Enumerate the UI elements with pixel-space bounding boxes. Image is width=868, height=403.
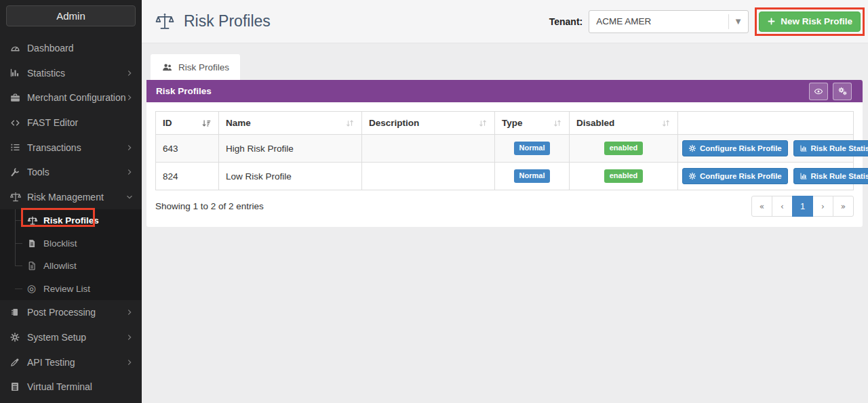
sidebar-item-api-testing[interactable]: API Testing [0, 349, 142, 375]
sidebar-item-label: API Testing [27, 357, 75, 368]
scales-icon [155, 12, 175, 32]
bar-chart-icon [800, 172, 808, 180]
pagination-next-button[interactable]: › [812, 196, 833, 217]
configure-risk-profile-button[interactable]: Configure Risk Profile [682, 168, 788, 184]
cell-actions: Configure Risk Profile Risk Rule Statist… [678, 163, 854, 190]
eyedropper-icon [9, 357, 27, 368]
chevron-down-icon [126, 194, 133, 200]
page-title-text: Risk Profiles [184, 12, 271, 30]
pagination-prev-button[interactable]: ‹ [772, 196, 793, 217]
cell-description [362, 163, 495, 190]
sort-both-icon [478, 119, 488, 128]
column-header-disabled[interactable]: Disabled [570, 112, 678, 135]
sidebar-item-tools[interactable]: Tools [0, 160, 142, 185]
panel-heading: Risk Profiles [146, 80, 863, 102]
sidebar-subitem-allowlist[interactable]: Allowlist [0, 255, 142, 278]
topbar-actions: Tenant: ACME AMER ▼ New Risk Profile [549, 7, 865, 36]
scales-icon [27, 215, 43, 226]
gear-icon [688, 172, 696, 180]
sidebar-item-virtual-terminal[interactable]: Virtual Terminal [0, 375, 142, 400]
sidebar-item-statistics[interactable]: Statistics [0, 61, 142, 86]
sidebar-item-post-processing[interactable]: Post Processing [0, 300, 142, 325]
cell-type: Normal [495, 163, 570, 190]
type-badge: Normal [514, 142, 551, 154]
sidebar-subitem-blocklist[interactable]: Blocklist [0, 232, 142, 255]
code-icon [9, 117, 27, 129]
eye-icon [814, 87, 823, 96]
risk-profiles-panel: Risk Profiles [146, 80, 863, 227]
sidebar-item-system-setup[interactable]: System Setup [0, 325, 142, 350]
pagination-page-1-button[interactable]: 1 [792, 196, 813, 217]
page-header: Risk Profiles Tenant: ACME AMER ▼ New Ri… [142, 0, 868, 43]
column-header-description[interactable]: Description [362, 112, 495, 135]
file-solid-icon [27, 238, 43, 249]
eye-button[interactable] [809, 83, 828, 100]
sidebar-item-merchant-configuration[interactable]: Merchant Configuration [0, 85, 142, 110]
sidebar-item-dashboard[interactable]: Dashboard [0, 36, 142, 61]
chevron-right-icon [126, 309, 133, 316]
microchip-icon [9, 307, 27, 318]
sidebar-item-label: Transactions [27, 142, 81, 153]
entries-info: Showing 1 to 2 of 2 entries [155, 201, 264, 211]
chevron-right-icon [126, 359, 133, 366]
admin-label: Admin [56, 10, 85, 22]
tab-label: Risk Profiles [178, 62, 229, 72]
tab-risk-profiles[interactable]: Risk Profiles [151, 54, 240, 80]
sidebar-subitem-review-list[interactable]: ◎ Review List [0, 278, 142, 301]
sidebar-item-label: System Setup [27, 332, 86, 343]
chevron-right-icon [126, 334, 133, 341]
chevron-right-icon [126, 144, 133, 151]
risk-rule-statistics-button[interactable]: Risk Rule Statistics [793, 168, 868, 184]
sidebar-item-transactions[interactable]: Transactions [0, 135, 142, 160]
tenant-select[interactable]: ACME AMER ▼ [589, 10, 749, 33]
sidebar-subitem-label: Risk Profiles [43, 215, 99, 226]
bullseye-icon: ◎ [27, 284, 43, 294]
configure-risk-profile-button[interactable]: Configure Risk Profile [682, 140, 788, 156]
sidebar-item-label: Post Processing [27, 307, 96, 318]
briefcase-icon [9, 92, 27, 104]
cell-name: High Risk Profile [219, 135, 362, 163]
cell-disabled: enabled [570, 135, 678, 163]
cogs-icon [837, 86, 848, 96]
calculator-icon [9, 381, 27, 392]
pagination-first-button[interactable]: « [751, 196, 772, 217]
table-row: 824 Low Risk Profile Normal enabled [156, 163, 854, 190]
chevron-right-icon [126, 94, 133, 101]
file-lines-icon [27, 261, 43, 271]
sidebar-item-fast-editor[interactable]: FAST Editor [0, 110, 142, 135]
cell-disabled: enabled [570, 163, 678, 190]
new-risk-profile-button[interactable]: New Risk Profile [759, 12, 861, 32]
column-header-id[interactable]: ID [156, 112, 219, 135]
risk-rule-statistics-button[interactable]: Risk Rule Statistics [793, 140, 868, 156]
tenant-label: Tenant: [549, 16, 583, 27]
column-header-type[interactable]: Type [495, 112, 570, 135]
chevron-right-icon [126, 169, 133, 175]
pagination: « ‹ 1 › » [751, 196, 854, 217]
table-header-row: ID Name [156, 112, 854, 135]
table-footer: Showing 1 to 2 of 2 entries « ‹ 1 › » [155, 196, 854, 217]
sidebar-subitem-label: Blocklist [43, 238, 77, 249]
column-header-actions [678, 112, 854, 135]
bar-chart-icon [800, 144, 808, 152]
admin-menu-button[interactable]: Admin [6, 5, 136, 26]
sidebar-item-risk-management[interactable]: Risk Management [0, 185, 142, 210]
main-area: Risk Profiles Tenant: ACME AMER ▼ New Ri… [142, 0, 868, 403]
sort-both-icon [345, 119, 355, 128]
cogs-button[interactable] [833, 83, 852, 100]
pagination-last-button[interactable]: » [833, 196, 854, 217]
risk-management-submenu: Risk Profiles Blocklist Allowlist ◎ [0, 209, 142, 300]
list-icon [9, 142, 27, 153]
sort-both-icon [553, 119, 562, 128]
gear-icon [9, 332, 27, 343]
cell-description [362, 135, 495, 163]
sidebar: Admin Dashboard Statistics [0, 0, 142, 403]
type-badge: Normal [514, 169, 551, 182]
column-header-name[interactable]: Name [219, 112, 362, 135]
sidebar-item-label: Risk Management [27, 192, 104, 203]
status-badge: enabled [604, 142, 644, 154]
sidebar-subitem-risk-profiles[interactable]: Risk Profiles [0, 209, 142, 232]
table-row: 643 High Risk Profile Normal enabled [156, 135, 854, 163]
sidebar-item-label: Statistics [27, 68, 65, 79]
bar-chart-icon [9, 67, 27, 79]
sidebar-subitem-label: Allowlist [43, 261, 77, 271]
